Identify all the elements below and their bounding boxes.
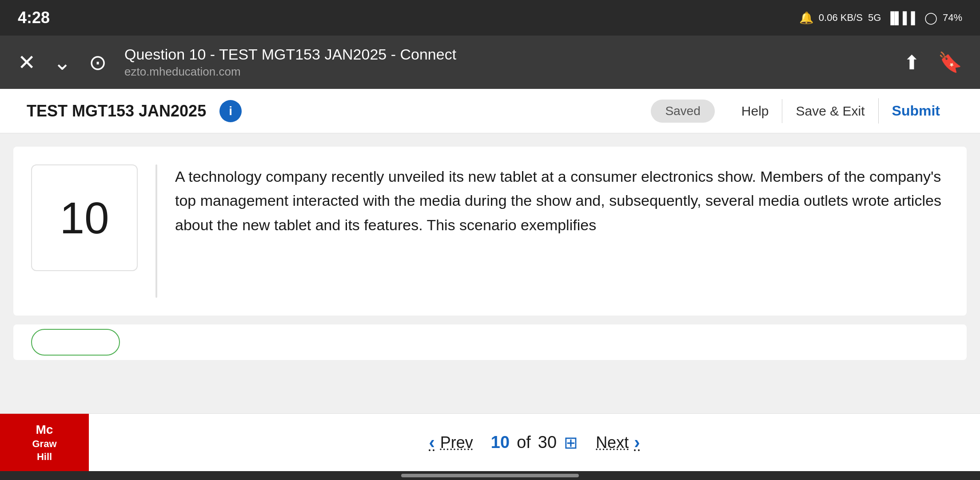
page-title: Question 10 - TEST MGT153 JAN2025 - Conn… — [124, 46, 886, 63]
battery-percent: 74% — [943, 12, 962, 24]
total-pages: 30 — [538, 433, 557, 452]
browser-actions: ⬆ 🔖 — [904, 51, 962, 74]
question-card: 10 A technology company recently unveile… — [13, 147, 967, 316]
answer-option-a[interactable] — [31, 329, 120, 356]
help-button[interactable]: Help — [728, 99, 782, 123]
browser-url: ezto.mheducation.com — [124, 65, 886, 79]
pagination-area: ‹ Prev 10 of 30 ⊞ Next › — [89, 432, 980, 452]
page-info: 10 of 30 ⊞ — [491, 433, 578, 452]
status-time: 4:28 — [18, 8, 50, 27]
status-icons: 🔔 0.06 KB/S 5G ▐▌▌▌ ◯ 74% — [799, 11, 962, 25]
status-bar: 4:28 🔔 0.06 KB/S 5G ▐▌▌▌ ◯ 74% — [0, 0, 980, 36]
grid-icon[interactable]: ⊞ — [564, 433, 578, 452]
save-exit-button[interactable]: Save & Exit — [782, 99, 878, 123]
question-number: 10 — [60, 192, 109, 244]
header-nav: Help Save & Exit Submit — [728, 98, 953, 124]
prev-arrow-icon: ‹ — [429, 432, 435, 452]
prev-label: Prev — [440, 433, 473, 452]
test-title: TEST MGT153 JAN2025 — [27, 102, 206, 120]
signal-bars: ▐▌▌▌ — [886, 11, 919, 25]
question-text: A technology company recently unveiled i… — [175, 164, 949, 298]
battery-indicator: ◯ — [924, 11, 937, 25]
logo-mc: Mc — [36, 422, 53, 438]
scrollbar-handle[interactable] — [401, 474, 579, 477]
bookmark-icon[interactable]: 🔖 — [938, 51, 962, 74]
network-type: 5G — [868, 12, 881, 24]
mcgraw-hill-logo: Mc Graw Hill — [0, 414, 89, 472]
notification-icon: 🔔 — [799, 11, 813, 25]
saved-badge: Saved — [651, 100, 714, 123]
settings-icon[interactable]: ⊙ — [89, 50, 107, 75]
info-icon[interactable]: i — [219, 100, 242, 122]
next-label: Next — [596, 433, 629, 452]
network-speed: 0.06 KB/S — [819, 12, 863, 24]
scrollbar-area — [0, 471, 980, 480]
close-icon[interactable]: ✕ — [18, 50, 36, 75]
share-icon[interactable]: ⬆ — [904, 51, 920, 74]
next-arrow-icon: › — [634, 432, 640, 452]
answer-area — [13, 324, 967, 360]
bottom-bar: Mc Graw Hill ‹ Prev 10 of 30 ⊞ Next › — [0, 413, 980, 471]
content-area: 10 A technology company recently unveile… — [0, 133, 980, 413]
logo-graw: Graw — [32, 438, 56, 451]
question-number-box: 10 — [31, 164, 138, 271]
browser-bar: ✕ ⌄ ⊙ Question 10 - TEST MGT153 JAN2025 … — [0, 36, 980, 89]
next-button[interactable]: Next › — [596, 432, 640, 452]
app-header: TEST MGT153 JAN2025 i Saved Help Save & … — [0, 89, 980, 133]
chevron-down-icon[interactable]: ⌄ — [53, 50, 71, 75]
prev-button[interactable]: ‹ Prev — [429, 432, 473, 452]
of-label: of — [517, 433, 531, 452]
current-page: 10 — [491, 433, 510, 452]
logo-hill: Hill — [37, 451, 52, 464]
submit-button[interactable]: Submit — [878, 98, 953, 124]
browser-title-section: Question 10 - TEST MGT153 JAN2025 - Conn… — [124, 46, 886, 79]
question-divider — [155, 164, 157, 298]
